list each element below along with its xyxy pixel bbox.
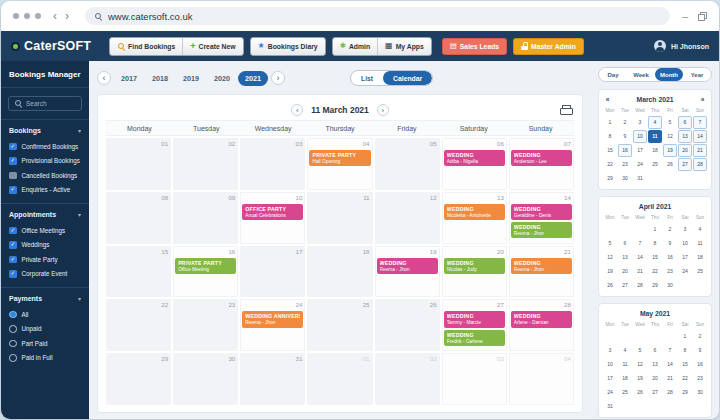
calendar-day-cell[interactable]: 29 [106, 353, 171, 405]
range-tab-day[interactable]: Day [599, 68, 627, 81]
mini-day[interactable]: 12 [603, 251, 617, 264]
mini-day[interactable]: 6 [618, 237, 632, 250]
calendar-day-cell[interactable]: 26 [375, 299, 440, 351]
section-header-appointments[interactable]: Appointments▾ [1, 203, 89, 223]
calendar-day-cell[interactable]: 05 [375, 138, 440, 190]
mini-day[interactable]: 24 [678, 265, 692, 278]
mini-day[interactable]: 25 [693, 265, 707, 278]
calendar-day-cell[interactable]: 23 [173, 299, 238, 351]
sidebar-item-private-party[interactable]: ✓Private Party [1, 252, 89, 267]
checkbox-icon[interactable]: ✓ [9, 256, 17, 264]
mini-day[interactable]: 23 [693, 372, 707, 385]
year-tab-2018[interactable]: 2018 [145, 71, 175, 86]
event-chip[interactable]: OFFICE PARTYAnual Celebrations [242, 204, 303, 220]
mini-day[interactable]: 3 [603, 344, 617, 357]
mini-day[interactable]: 5 [603, 237, 617, 250]
minimize-icon[interactable]: – [682, 11, 688, 22]
radio-icon[interactable] [9, 354, 17, 362]
mini-day[interactable]: 21 [693, 144, 707, 157]
mini-day[interactable]: 27 [678, 158, 692, 171]
calendar-day-cell[interactable]: 06WEDDINGAdiba - Nigella [442, 138, 507, 190]
mini-day[interactable]: 9 [618, 130, 632, 143]
event-chip[interactable]: WEDDINGFredrik - Carlene [444, 330, 505, 346]
admin-button[interactable]: ✱Admin [333, 38, 377, 55]
create-new-button[interactable]: +Create New [182, 38, 242, 55]
calendar-day-cell[interactable]: 30 [173, 353, 238, 405]
mini-day[interactable]: 8 [603, 130, 617, 143]
mini-day[interactable]: 3 [678, 223, 692, 236]
checkbox-icon[interactable]: ✓ [9, 157, 17, 165]
sidebar-item-paid-in-full[interactable]: Paid in Full [1, 351, 89, 366]
mini-day[interactable]: 20 [678, 144, 692, 157]
mini-day[interactable]: 31 [633, 172, 647, 185]
mini-day[interactable]: 21 [663, 372, 677, 385]
calendar-day-cell[interactable]: 18 [307, 246, 372, 298]
calendar-day-cell[interactable]: 24WEDDING ANNIVERSARYReema - Jhon [240, 299, 305, 351]
search-input[interactable] [26, 100, 76, 107]
section-header-bookings[interactable]: Bookings▾ [1, 119, 89, 139]
mini-day[interactable]: 20 [648, 372, 662, 385]
range-tab-year[interactable]: Year [683, 68, 711, 81]
calendar-day-cell[interactable]: 22 [106, 299, 171, 351]
calendar-day-cell[interactable]: 15 [106, 246, 171, 298]
calendar-day-cell[interactable]: 02 [173, 138, 238, 190]
checkbox-icon[interactable]: ✓ [9, 227, 17, 235]
mini-day[interactable]: 23 [618, 158, 632, 171]
year-tab-2020[interactable]: 2020 [207, 71, 237, 86]
mini-day[interactable]: 9 [663, 237, 677, 250]
mini-day[interactable]: 2 [663, 223, 677, 236]
calendar-day-cell[interactable]: 07WEDDINGAnderson - Lee [509, 138, 574, 190]
sidebar-item-part-paid[interactable]: Part Paid [1, 336, 89, 351]
prev-year-icon[interactable]: ‹ [97, 71, 111, 85]
year-tab-2017[interactable]: 2017 [114, 71, 144, 86]
mini-day[interactable]: 5 [663, 116, 677, 129]
event-chip[interactable]: WEDDINGGeraldine - Denis [511, 204, 572, 220]
mini-day[interactable]: 13 [648, 358, 662, 371]
mini-day[interactable]: 10 [633, 130, 647, 143]
traffic-light-icon[interactable] [13, 13, 19, 19]
fast-prev-icon[interactable]: « [603, 96, 612, 103]
calendar-day-cell[interactable]: 25 [307, 299, 372, 351]
mini-day[interactable]: 18 [618, 372, 632, 385]
mini-day[interactable]: 28 [693, 158, 707, 171]
mini-day[interactable]: 22 [603, 158, 617, 171]
event-chip[interactable]: WEDDINGReema - Jhon [511, 258, 572, 274]
mini-day[interactable]: 23 [663, 265, 677, 278]
calendar-day-cell[interactable]: 04PRIVATE PARTYHall Opening [307, 138, 372, 190]
mini-day[interactable]: 8 [678, 344, 692, 357]
mini-day[interactable]: 28 [633, 279, 647, 292]
calendar-day-cell[interactable]: 01 [106, 138, 171, 190]
radio-icon[interactable] [9, 311, 17, 319]
sidebar-item-unpaid[interactable]: Unpaid [1, 322, 89, 337]
mini-day[interactable]: 17 [633, 144, 647, 157]
event-chip[interactable]: WEDDING ANNIVERSARYReema - Jhon [242, 311, 303, 327]
mini-day[interactable]: 17 [603, 372, 617, 385]
mini-day[interactable]: 12 [663, 130, 677, 143]
calendar-day-cell[interactable]: 03 [442, 353, 507, 405]
fast-next-icon[interactable]: » [698, 96, 707, 103]
mini-day[interactable]: 11 [693, 237, 707, 250]
my-apps-button[interactable]: ▦My Apps [377, 38, 431, 55]
mini-day[interactable]: 16 [618, 144, 632, 157]
calendar-day-cell[interactable]: 12 [375, 192, 440, 244]
checkbox-icon[interactable]: ✓ [9, 143, 17, 151]
mini-day[interactable]: 25 [618, 386, 632, 399]
calendar-day-cell[interactable]: 04 [509, 353, 574, 405]
mini-day[interactable]: 14 [693, 130, 707, 143]
mini-day[interactable]: 8 [648, 237, 662, 250]
mini-day[interactable]: 2 [693, 330, 707, 343]
mini-day[interactable]: 29 [678, 386, 692, 399]
sidebar-item-weddings[interactable]: ✓Weddings [1, 238, 89, 253]
mini-day[interactable]: 15 [678, 358, 692, 371]
mini-day[interactable]: 26 [633, 386, 647, 399]
mini-day[interactable]: 27 [648, 386, 662, 399]
sidebar-item-office-meetings[interactable]: ✓Office Meetings [1, 223, 89, 238]
mini-day[interactable]: 14 [663, 358, 677, 371]
mini-day[interactable]: 30 [693, 386, 707, 399]
event-chip[interactable]: WEDDINGAnderson - Lee [511, 150, 572, 166]
event-chip[interactable]: PRIVATE PARTYOffice Meeting [175, 258, 236, 274]
mini-day[interactable]: 26 [603, 279, 617, 292]
year-tab-2021[interactable]: 2021 [238, 71, 268, 86]
mini-day[interactable]: 26 [663, 158, 677, 171]
bookings-diary-button[interactable]: ★Bookings Diary [251, 38, 325, 55]
